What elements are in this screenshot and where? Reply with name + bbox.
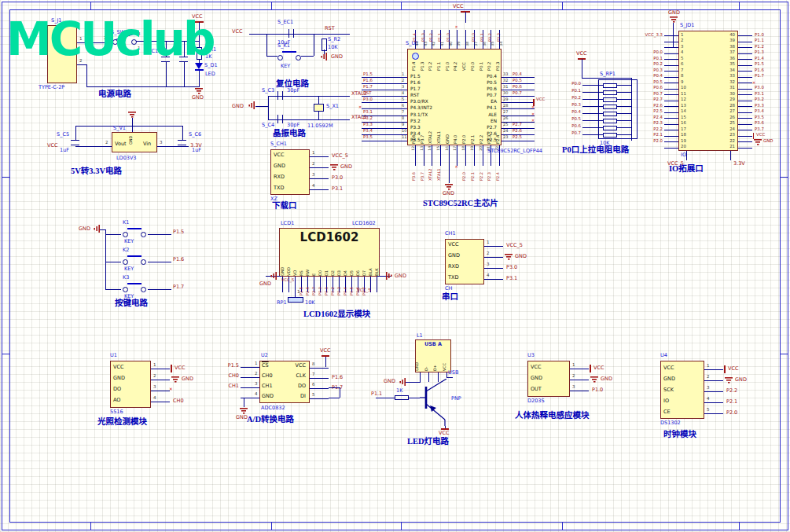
pin-name: GND: [415, 350, 424, 371]
gnd-net-label: GND: [395, 273, 406, 279]
no-connect-mark: [454, 24, 457, 29]
pin-name: SCK: [660, 384, 675, 395]
pin-names: VCCGNDRXDTXD: [270, 149, 285, 193]
pin-name: CH0: [262, 371, 274, 381]
wire: [266, 34, 267, 56]
net-label: P0.0: [471, 23, 476, 42]
capacitor-symbol: [277, 91, 283, 100]
pin-number: 37: [724, 50, 735, 54]
net-label: P2.1: [644, 132, 663, 137]
pin-number: 3: [487, 262, 490, 266]
net-label: P3.0: [332, 174, 343, 181]
wire: [408, 398, 420, 398]
designator: CH1: [445, 231, 456, 237]
wire: [325, 356, 326, 367]
wire: [75, 126, 76, 140]
pin-row: 28: [502, 105, 550, 111]
wire: [318, 111, 319, 119]
wire: [406, 382, 421, 383]
net-label: P2.4: [644, 115, 663, 119]
pin-number: 5: [312, 392, 315, 397]
pin-name: P0.2: [487, 50, 495, 71]
net-label: P0.5: [562, 116, 581, 121]
pin-number: 42: [432, 42, 435, 46]
net-label: P1.5: [220, 362, 239, 369]
pin-number: 2: [487, 251, 490, 255]
net-label: XTAL1: [436, 157, 441, 181]
pin-number: 3: [402, 85, 404, 90]
wire: [730, 151, 731, 160]
designator: K3: [123, 275, 129, 281]
pin-row: 3 P3.0: [484, 261, 552, 272]
pin-number: 8: [402, 116, 404, 121]
pin-number: 39: [724, 38, 735, 42]
pin-name: P1.2: [428, 50, 436, 71]
left-pin-names: CSCH0CH1GND: [262, 361, 274, 402]
net-label: P0.4: [343, 278, 347, 295]
pin-column: P1.3 43: [420, 23, 428, 49]
gnd-net-label: GND: [668, 10, 680, 16]
pin-name: BLA: [368, 256, 373, 276]
pin-number: 24: [503, 129, 508, 134]
pin-row: 4 P3.1: [484, 272, 552, 283]
part-label: D203S: [527, 398, 545, 404]
border-tick: [271, 2, 272, 9]
net-label: GND: [182, 376, 193, 382]
net-label: P0.6: [644, 85, 663, 90]
pin-names: VCCGNDDOAO: [110, 361, 125, 405]
designator: U4: [660, 353, 667, 358]
net-label: VCC: [175, 365, 186, 371]
gnd-symbol: [670, 17, 678, 23]
pin-row: 1 VCC: [151, 361, 219, 372]
pin-name: DO: [110, 383, 125, 394]
pin-column: RW P2.6: [304, 255, 310, 297]
pin-number: 25: [724, 120, 735, 125]
pin-number: 2: [402, 79, 404, 83]
vcc-net-label: VCC: [453, 4, 464, 9]
pin-number: 1: [681, 32, 683, 37]
pin-number: 1: [153, 362, 156, 367]
connector-label: CH: [445, 286, 452, 292]
pin-name: RXD: [445, 261, 460, 272]
pin-number: 10: [681, 85, 686, 90]
pin-number: 1: [707, 363, 710, 368]
pin-name: E: [311, 256, 316, 276]
designator: S_V1: [113, 126, 126, 131]
pin-number: 4: [487, 273, 490, 277]
pin-column: P0.0 37: [470, 23, 479, 49]
net-label: P0.7: [362, 278, 366, 295]
pin-name: D7: [362, 256, 366, 276]
wire: [105, 262, 121, 262]
net-label: P3.4: [363, 129, 373, 134]
net-label: P2.7: [513, 123, 522, 127]
net-label: P1.0: [755, 32, 764, 37]
net-label: P1.3: [755, 50, 764, 54]
designator: S_K1: [277, 43, 290, 49]
resistor-symbol: [603, 97, 617, 102]
wire: [105, 229, 106, 289]
wire: [86, 86, 200, 87]
connector-row: P2.4 15 26 P3.5: [647, 115, 787, 121]
pin-number: 8: [681, 73, 683, 78]
pin-number: 22: [724, 138, 735, 143]
pin-row: 24 P2.6: [502, 130, 550, 137]
wire: [100, 229, 105, 230]
net-label: P2.2: [726, 387, 737, 394]
pin-number: 8: [312, 361, 315, 366]
pin-number: 21: [724, 144, 735, 149]
pin-name: VDD: [286, 256, 291, 276]
pin-number: 38: [465, 42, 469, 46]
module-caption: IO拓展口: [669, 164, 704, 174]
part-label: DS1302: [660, 420, 681, 426]
pin-name: D6: [355, 256, 360, 276]
pin-number: 29: [503, 97, 508, 102]
net-label: P2.5: [513, 135, 522, 140]
pin-name: P0.4: [452, 73, 499, 79]
wire: [376, 398, 395, 398]
pin-column: P1.1 41: [436, 23, 445, 49]
pin-number: 32: [724, 79, 735, 84]
pin-column: P1.2 42: [428, 23, 436, 49]
pin-number: 3: [681, 44, 683, 49]
module-caption: 5V转3.3V电路: [71, 167, 122, 176]
pin-row: 6 P1.7: [310, 381, 357, 391]
